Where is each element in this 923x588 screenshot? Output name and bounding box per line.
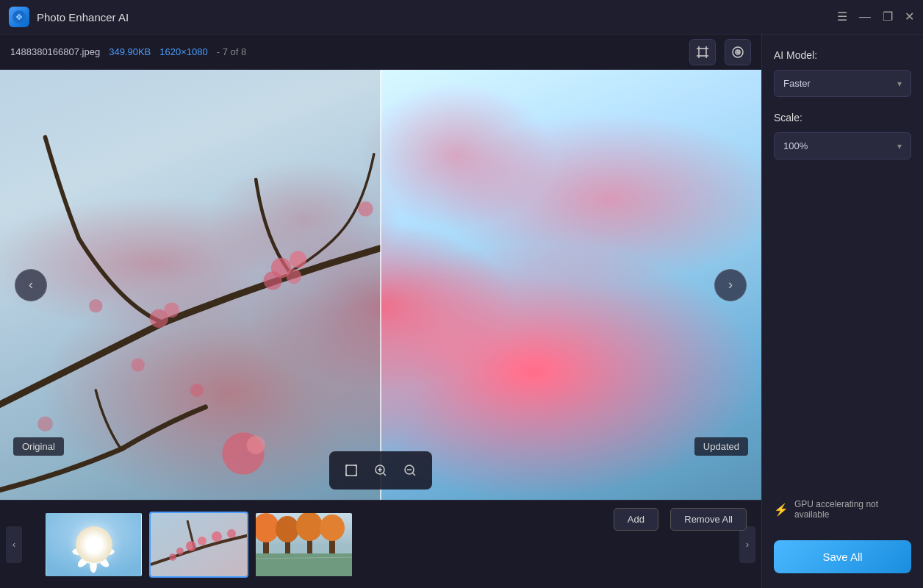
left-panel: 1488380166807.jpeg 349.90KB 1620×1080 - …: [0, 35, 761, 588]
fit-to-screen-button[interactable]: [338, 457, 364, 484]
svg-point-62: [169, 553, 176, 561]
svg-point-68: [276, 516, 299, 542]
scale-label: Scale:: [774, 112, 911, 123]
crop-button[interactable]: [689, 39, 716, 65]
minimize-button[interactable]: —: [859, 11, 871, 23]
updated-label: Updated: [694, 437, 748, 456]
maximize-button[interactable]: ❐: [883, 11, 893, 23]
svg-rect-56: [151, 513, 248, 578]
image-toolbar: [329, 451, 432, 490]
svg-line-43: [413, 473, 416, 476]
ai-model-chevron-icon: ▾: [897, 79, 902, 89]
svg-point-54: [72, 548, 86, 555]
file-name: 1488380166807.jpeg: [10, 46, 100, 57]
scale-value: 100%: [783, 140, 808, 151]
ai-model-label: AI Model:: [774, 49, 911, 61]
svg-point-59: [176, 548, 184, 555]
title-bar: Photo Enhancer AI ☰ — ❐ ✕: [0, 0, 923, 35]
save-all-button[interactable]: Save All: [774, 540, 911, 573]
svg-point-46: [81, 539, 106, 564]
app-title: Photo Enhancer AI: [37, 11, 430, 24]
file-count: - 7 of 8: [217, 46, 246, 57]
scale-section: Scale: 100% ▾: [774, 112, 911, 159]
svg-point-50: [101, 548, 115, 555]
lightning-icon: ⚡: [774, 503, 789, 517]
svg-point-48: [90, 530, 97, 544]
svg-rect-2: [699, 49, 706, 56]
split-container: ‹ › Original Updated: [0, 70, 761, 500]
right-panel: AI Model: Faster ▾ Scale: 100% ▾ ⚡ GPU a…: [761, 35, 923, 588]
preview-button[interactable]: [725, 39, 751, 65]
svg-point-55: [76, 534, 90, 548]
svg-point-60: [212, 531, 222, 542]
svg-point-49: [96, 534, 110, 548]
main-content: 1488380166807.jpeg 349.90KB 1620×1080 - …: [0, 35, 923, 588]
svg-point-58: [198, 537, 206, 545]
thumbnail-1[interactable]: [44, 512, 143, 578]
app-icon: [9, 7, 29, 27]
svg-point-57: [186, 541, 196, 551]
ai-model-section: AI Model: Faster ▾: [774, 49, 911, 97]
thumbnail-2[interactable]: [149, 512, 248, 578]
svg-rect-37: [346, 465, 356, 476]
gpu-notice: ⚡ GPU accelerating not available: [774, 493, 911, 526]
file-size: 349.90KB: [109, 46, 151, 57]
thumbnails-panel: ‹: [0, 500, 761, 588]
file-toolbar: 1488380166807.jpeg 349.90KB 1620×1080 - …: [0, 35, 761, 70]
thumbnails-next-button[interactable]: ›: [739, 526, 755, 563]
svg-point-1: [18, 15, 21, 19]
next-image-button[interactable]: ›: [714, 269, 747, 301]
image-viewer: ‹ › Original Updated: [0, 70, 761, 500]
gpu-status-text: GPU accelerating not available: [794, 499, 911, 520]
menu-button[interactable]: ☰: [837, 11, 847, 23]
zoom-in-button[interactable]: [367, 457, 394, 484]
thumbnail-3[interactable]: [254, 512, 353, 578]
prev-image-button[interactable]: ‹: [15, 269, 47, 301]
svg-point-61: [227, 529, 236, 538]
scale-dropdown[interactable]: 100% ▾: [774, 132, 911, 159]
svg-point-52: [90, 559, 97, 573]
svg-point-13: [737, 51, 739, 53]
remove-all-button[interactable]: Remove All: [670, 508, 747, 531]
window-controls: ☰ — ❐ ✕: [837, 11, 914, 23]
close-button[interactable]: ✕: [905, 11, 914, 23]
ai-model-value: Faster: [783, 78, 811, 89]
ai-model-dropdown[interactable]: Faster ▾: [774, 70, 911, 97]
file-dimensions: 1620×1080: [159, 46, 207, 57]
add-button[interactable]: Add: [614, 508, 658, 531]
split-divider[interactable]: [380, 70, 381, 500]
svg-point-72: [320, 514, 345, 541]
original-label: Original: [13, 437, 64, 456]
zoom-out-button[interactable]: [397, 457, 423, 484]
thumbnails-prev-button[interactable]: ‹: [6, 526, 22, 563]
scale-chevron-icon: ▾: [897, 141, 902, 151]
svg-point-47: [87, 545, 98, 556]
svg-line-39: [384, 473, 387, 476]
